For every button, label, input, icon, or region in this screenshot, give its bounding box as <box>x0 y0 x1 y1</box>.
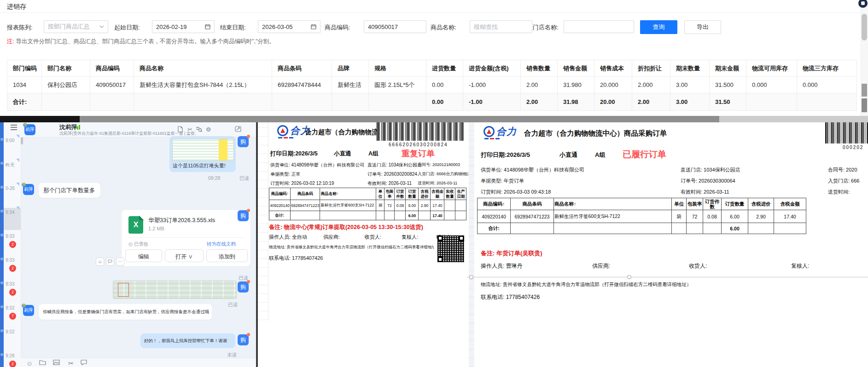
table-cell: 1034 <box>7 77 42 93</box>
store-field: 直送门店: 1034保利公园店 <box>367 162 422 168</box>
scrollbar-block[interactable] <box>862 98 867 112</box>
purchase-order-doc-2[interactable]: 合力 合力超市（合力购物物流中心）商品采购订单 000202 打印日期:2026… <box>474 122 868 367</box>
folder-icon[interactable] <box>39 360 47 367</box>
table-header-cell: 含税金额 <box>431 188 444 200</box>
chat-list-item[interactable]: 9:32 <box>4 326 21 350</box>
self-avatar[interactable]: 购 <box>238 210 249 221</box>
scissors-icon[interactable]: ✂ <box>186 126 193 133</box>
hamburger-menu-icon[interactable] <box>10 124 17 131</box>
contact-phone: 联系电话: 17785407426 <box>481 293 540 301</box>
selection-handle[interactable] <box>627 275 631 279</box>
unread-badge: 2 <box>9 289 16 296</box>
supplier-field: 供货单位: 4148098华塑（台州）科技有限公司 <box>481 166 584 173</box>
selection-handle[interactable] <box>469 275 473 279</box>
peer-avatar[interactable]: 莉萍 <box>23 305 34 316</box>
query-button[interactable]: 查询 <box>640 20 677 34</box>
table-cell: 3.00 <box>670 77 710 93</box>
scrollbar-block[interactable] <box>862 84 867 97</box>
mini-avatar <box>0 353 3 356</box>
avatar-pendant-icon <box>22 304 26 308</box>
chat-list-item[interactable]: 0-26 <box>4 182 21 206</box>
table-total-cell <box>797 93 857 111</box>
message-image-bubble[interactable]: 这个是1105店打堆头量! <box>169 136 236 172</box>
emoji-icon[interactable]: ☺ <box>25 360 34 367</box>
add-to-button[interactable]: 添加到 <box>206 249 248 262</box>
file-message-card[interactable]: X 华塑33订单2026.3.555.xls 1.2 MB ◎ 已查收 转为在线… <box>121 209 251 267</box>
chat-item-time: 0-26 <box>6 186 15 191</box>
vertical-scrollbar-thumb[interactable] <box>862 14 867 40</box>
more-icon[interactable]: ⋯ <box>116 258 124 266</box>
chat-list-item[interactable]: 9:34 <box>4 206 21 230</box>
calendar-icon <box>311 24 316 29</box>
gear-icon[interactable]: ⚙ <box>205 126 212 133</box>
horizontal-scrollbar-track[interactable] <box>0 116 868 122</box>
table-total-cell <box>511 223 554 234</box>
reply-icon[interactable] <box>106 258 114 266</box>
edit-button[interactable]: 编辑 <box>125 249 162 262</box>
chat-list-item[interactable]: 昨天 <box>4 158 21 182</box>
heli-logo-icon <box>277 125 288 136</box>
chat-list-item[interactable]: 9:332 <box>4 278 21 302</box>
page-title: 进销存 <box>7 3 26 11</box>
chat-list-item[interactable]: 9:332 <box>4 254 21 278</box>
emoji-react-icon[interactable]: ☺ <box>96 258 104 266</box>
brand-slogan-icon <box>278 137 293 138</box>
spreadsheet-row-image[interactable] <box>113 281 237 299</box>
chat-list-item[interactable]: 9:00 <box>4 134 21 158</box>
message-bubble[interactable]: 你喊供应商报备，但是要确保门店有货卖，如果门店有缺货，供应商报备是不会通过哦 <box>39 304 212 320</box>
chat-list-item[interactable]: 9:327 <box>4 302 21 326</box>
table-total-cell <box>746 93 797 111</box>
report-type-select[interactable]: 按部门商品汇总 <box>44 20 108 33</box>
chat-bubble-icon[interactable] <box>81 360 89 367</box>
table-header-cell: 生产日期 <box>455 188 466 200</box>
self-avatar[interactable]: 购 <box>238 334 249 345</box>
table-total-cell <box>369 93 426 111</box>
horizontal-scrollbar-thumb[interactable] <box>0 116 80 122</box>
end-date-input[interactable]: 2026-03-05 <box>258 20 320 33</box>
table-header-cell: 商品编码 <box>90 60 134 77</box>
product-code-input[interactable] <box>364 21 433 33</box>
store-name-field <box>564 20 634 33</box>
self-avatar[interactable]: 购 <box>238 136 249 147</box>
table-total-cell: -1.00 <box>463 93 521 111</box>
product-name-field <box>470 20 532 33</box>
barcode-image <box>825 122 868 143</box>
scissors-icon[interactable]: ✂ <box>67 360 75 367</box>
image-icon[interactable] <box>53 360 61 367</box>
product-name-input[interactable] <box>470 21 539 33</box>
end-date-value: 2026-03-05 <box>262 23 293 30</box>
table-header-cell: 订货数量 <box>406 188 419 200</box>
doc-type-field: 单据类型: 年货订单 <box>481 178 524 184</box>
popout-window-icon[interactable] <box>235 126 242 133</box>
online-status-icon <box>77 125 82 130</box>
table-header-cell: 期末数量 <box>670 60 710 77</box>
export-button[interactable]: 导出 <box>684 20 721 34</box>
spreadsheet-image[interactable] <box>172 139 234 161</box>
table-total-cell <box>376 211 384 220</box>
peer-avatar[interactable]: 莉萍 <box>24 124 35 135</box>
start-date-input[interactable]: 2026-02-19 <box>152 20 215 33</box>
table-cell: 2.90 <box>419 200 431 211</box>
read-receipt: 已读 <box>239 175 249 182</box>
message-bubble[interactable]: 好的！，那我马上找库控部帮忙下单！谢谢 <box>140 333 235 348</box>
highlight-box <box>118 283 129 297</box>
peer-avatar[interactable]: 莉萍 <box>23 184 34 195</box>
table-total-cell: 6.00 <box>406 211 419 220</box>
contract-field: 合同号: 2020 <box>828 166 857 173</box>
table-header-cell: 销售数量 <box>521 60 558 77</box>
convert-to-doc-link[interactable]: 转为在线文档 <box>207 241 236 247</box>
operator-field: 复核人: <box>402 234 418 241</box>
message-bubble[interactable]: 那个门店下单数量多 <box>39 183 100 198</box>
self-avatar[interactable]: 购 <box>238 281 249 292</box>
chat-list-item[interactable]: 9:332 <box>4 230 21 254</box>
report-type-label: 报表陈列: <box>7 23 33 32</box>
open-button[interactable]: 打开 ∨ <box>165 249 204 262</box>
doc-type-field: 单据类型: 正常 <box>270 171 301 178</box>
table-total-cell <box>320 211 376 220</box>
product-name-label: 商品名称: <box>431 23 456 32</box>
chat-list-item[interactable]: 9:282 <box>4 350 21 367</box>
product-code-field <box>364 20 426 33</box>
document-icon[interactable] <box>177 126 184 133</box>
search-icon[interactable] <box>196 126 203 133</box>
store-name-input[interactable] <box>564 21 641 33</box>
